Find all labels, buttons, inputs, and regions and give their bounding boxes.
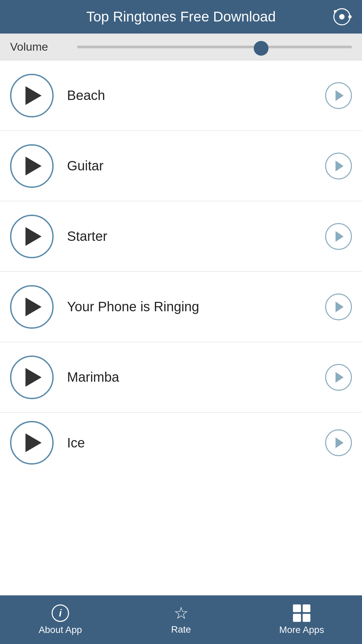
nav-label-more-apps: More Apps — [279, 625, 324, 635]
chevron-icon — [336, 302, 344, 312]
ringtone-name-beach: Beach — [54, 88, 325, 103]
ringtone-name-starter: Starter — [54, 229, 325, 244]
chevron-button-starter[interactable] — [325, 223, 352, 250]
volume-bar: Volume — [0, 34, 362, 60]
ringtone-name-marimba: Marimba — [54, 370, 325, 385]
nav-label-about: About App — [39, 625, 82, 635]
ringtone-item[interactable]: Marimba — [0, 342, 362, 413]
ringtone-name-guitar: Guitar — [54, 158, 325, 173]
play-icon — [25, 433, 42, 452]
play-button-starter[interactable] — [10, 215, 54, 258]
chevron-icon — [336, 372, 344, 383]
ringtone-list: Beach Guitar Starter Your Phone is Ringi… — [0, 60, 362, 595]
ringtone-item[interactable]: Guitar — [0, 131, 362, 201]
play-button-beach[interactable] — [10, 74, 54, 117]
play-button-guitar[interactable] — [10, 144, 54, 188]
chevron-button-beach[interactable] — [325, 82, 352, 109]
svg-point-3 — [334, 10, 337, 13]
bottom-navigation: i About App ☆ Rate More Apps — [0, 595, 362, 644]
ringtone-name-phone-ringing: Your Phone is Ringing — [54, 299, 325, 314]
ringtone-item[interactable]: Ice — [0, 413, 362, 473]
volume-label: Volume — [10, 40, 67, 53]
volume-slider[interactable] — [77, 46, 352, 48]
ringtone-item[interactable]: Beach — [0, 60, 362, 131]
chevron-button-guitar[interactable] — [325, 153, 352, 179]
orbit-icon — [332, 7, 352, 27]
ringtone-item[interactable]: Starter — [0, 201, 362, 272]
play-button-marimba[interactable] — [10, 356, 54, 399]
chevron-button-marimba[interactable] — [325, 364, 352, 391]
ringtone-item[interactable]: Your Phone is Ringing — [0, 272, 362, 342]
chevron-icon — [336, 161, 344, 171]
nav-item-about[interactable]: i About App — [0, 595, 121, 644]
nav-item-rate[interactable]: ☆ Rate — [121, 595, 241, 644]
chevron-button-phone-ringing[interactable] — [325, 293, 352, 320]
play-button-ice[interactable] — [10, 421, 54, 465]
play-icon — [25, 227, 42, 246]
chevron-icon — [336, 231, 344, 242]
ringtone-name-ice: Ice — [54, 435, 325, 450]
nav-label-rate: Rate — [171, 624, 191, 635]
svg-point-2 — [348, 15, 352, 18]
nav-item-more-apps[interactable]: More Apps — [241, 595, 362, 644]
grid-icon — [293, 604, 310, 622]
play-icon — [25, 86, 42, 105]
play-icon — [25, 298, 42, 316]
app-title: Top Ringtones Free Download — [86, 9, 276, 25]
volume-thumb[interactable] — [254, 41, 268, 56]
play-button-phone-ringing[interactable] — [10, 285, 54, 329]
chevron-icon — [336, 90, 344, 101]
svg-point-0 — [339, 14, 345, 19]
star-icon: ☆ — [174, 605, 189, 622]
chevron-button-ice[interactable] — [325, 429, 352, 456]
chevron-icon — [336, 437, 344, 448]
app-header: Top Ringtones Free Download — [0, 0, 362, 34]
volume-track — [77, 46, 352, 48]
info-icon: i — [52, 604, 69, 622]
play-icon — [25, 157, 42, 175]
play-icon — [25, 368, 42, 387]
